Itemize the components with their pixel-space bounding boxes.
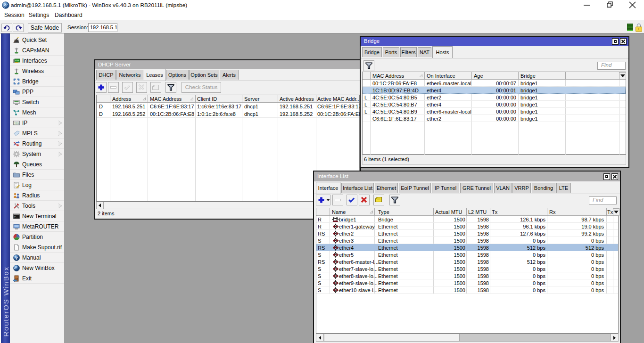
svg-text:>_: >_ xyxy=(14,215,18,218)
svg-text:255: 255 xyxy=(14,122,19,125)
svg-text:?: ? xyxy=(15,256,18,261)
